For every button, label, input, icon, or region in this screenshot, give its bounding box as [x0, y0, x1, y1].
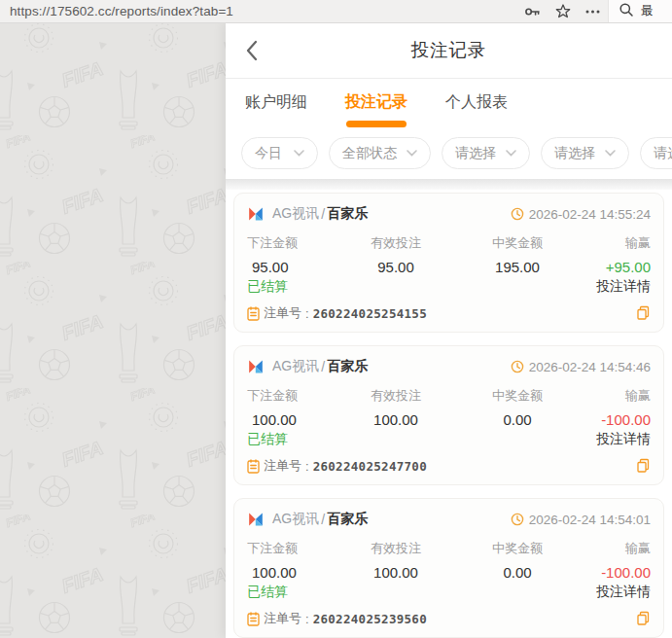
- order-number-value: 260224025239560: [313, 612, 427, 626]
- bet-time: 2026-02-24 14:55:24: [511, 207, 651, 222]
- page-title: 投注记录: [411, 38, 487, 62]
- valid-bet-value: 100.00: [336, 564, 455, 581]
- bet-record-list: AG视讯 / 百家乐 2026-02-24 14:55:24 下注金额 有效投注…: [226, 190, 672, 638]
- order-number-value: 260224025254155: [313, 306, 427, 321]
- chevron-down-icon: [294, 150, 304, 157]
- order-note-icon: [247, 612, 260, 626]
- filter-label: 请选择: [455, 145, 496, 162]
- fifa-watermark-background: FIFA FIFA: [0, 22, 226, 638]
- ag-provider-logo-icon: [247, 511, 265, 528]
- ag-provider-logo-icon: [247, 358, 265, 375]
- name-separator: /: [321, 512, 325, 527]
- filter-label: 请选择: [654, 145, 672, 162]
- filter-select-select-3[interactable]: 请选择: [640, 137, 672, 169]
- search-icon[interactable]: [619, 2, 634, 21]
- winloss-label: 输赢: [580, 387, 651, 405]
- bet-amount-label: 下注金额: [247, 234, 336, 252]
- filter-label: 请选择: [554, 145, 595, 162]
- chevron-down-icon: [506, 150, 516, 157]
- filter-select-status[interactable]: 全部状态: [329, 137, 431, 169]
- filter-select-select-1[interactable]: 请选择: [442, 137, 530, 169]
- colon: :: [305, 459, 309, 474]
- url-text[interactable]: https://175602.cc/reports/index?tab=1: [10, 4, 233, 18]
- bet-time: 2026-02-24 14:54:46: [511, 360, 651, 374]
- copy-icon[interactable]: [636, 611, 651, 626]
- name-separator: /: [321, 359, 325, 374]
- bet-detail-link[interactable]: 投注详情: [596, 431, 651, 448]
- prize-amount-label: 中奖金额: [455, 234, 580, 252]
- filter-label: 今日: [255, 145, 282, 162]
- bet-record-card: AG视讯 / 百家乐 2026-02-24 14:54:46 下注金额 有效投注…: [233, 345, 664, 485]
- order-number-value: 260224025247700: [313, 459, 427, 474]
- clock-icon: [511, 513, 524, 526]
- app-panel: 投注记录 账户明细 投注记录 个人报表 今日 全部状态 请选择 请选择 请选择: [226, 22, 672, 638]
- status-badge: 已结算: [247, 278, 288, 296]
- bet-time: 2026-02-24 14:54:01: [511, 513, 651, 527]
- bet-time-text: 2026-02-24 14:54:01: [529, 513, 651, 527]
- bet-detail-link[interactable]: 投注详情: [596, 278, 651, 296]
- password-key-icon[interactable]: [524, 4, 541, 19]
- order-number-label: 注单号: [264, 610, 301, 627]
- copy-icon[interactable]: [636, 305, 651, 321]
- prize-amount-label: 中奖金额: [455, 387, 580, 405]
- valid-bet-label: 有效投注: [336, 540, 455, 557]
- status-badge: 已结算: [247, 431, 288, 448]
- app-header: 投注记录: [226, 22, 672, 79]
- tab-bar: 账户明细 投注记录 个人报表: [226, 79, 672, 128]
- winloss-value: +95.00: [580, 259, 651, 275]
- tab-label: 账户明细: [245, 93, 307, 110]
- winloss-label: 输赢: [580, 234, 651, 252]
- prize-amount-value: 195.00: [455, 259, 580, 275]
- prize-amount-label: 中奖金额: [455, 540, 580, 557]
- provider-name: AG视讯: [272, 205, 319, 223]
- bet-amount-value: 100.00: [247, 564, 336, 581]
- provider-name: AG视讯: [272, 358, 319, 375]
- ag-provider-logo-icon: [247, 205, 265, 223]
- order-number-label: 注单号: [264, 304, 301, 322]
- valid-bet-value: 95.00: [336, 259, 455, 275]
- tab-bet-records[interactable]: 投注记录: [343, 81, 409, 126]
- bet-record-card: AG视讯 / 百家乐 2026-02-24 14:55:24 下注金额 有效投注…: [233, 193, 664, 333]
- game-name: 百家乐: [327, 511, 368, 528]
- winloss-value: -100.00: [580, 564, 651, 581]
- back-button[interactable]: [245, 40, 259, 61]
- bet-amount-label: 下注金额: [247, 387, 336, 405]
- name-separator: /: [321, 206, 325, 222]
- tab-personal-report[interactable]: 个人报表: [443, 81, 510, 126]
- game-name: 百家乐: [327, 205, 368, 223]
- tab-label: 个人报表: [445, 93, 508, 110]
- order-number-label: 注单号: [264, 457, 301, 475]
- bet-time-text: 2026-02-24 14:54:46: [529, 360, 651, 374]
- colon: :: [305, 306, 309, 321]
- chevron-down-icon: [407, 150, 417, 157]
- bookmark-star-icon[interactable]: [555, 4, 571, 18]
- screen: https://175602.cc/reports/index?tab=1 最: [0, 0, 672, 638]
- provider-name: AG视讯: [272, 511, 319, 528]
- game-name: 百家乐: [327, 358, 368, 375]
- status-badge: 已结算: [247, 584, 288, 601]
- side-panel-label[interactable]: 最: [641, 3, 654, 19]
- bet-detail-link[interactable]: 投注详情: [596, 584, 651, 601]
- clock-icon: [511, 360, 524, 373]
- copy-icon[interactable]: [636, 458, 651, 474]
- bet-amount-label: 下注金额: [247, 540, 336, 557]
- valid-bet-label: 有效投注: [336, 387, 455, 405]
- valid-bet-value: 100.00: [336, 411, 455, 428]
- filter-select-date[interactable]: 今日: [241, 137, 318, 169]
- tab-account-details[interactable]: 账户明细: [243, 81, 309, 126]
- filter-bar: 今日 全部状态 请选择 请选择 请选择: [226, 128, 672, 179]
- chevron-down-icon: [605, 150, 616, 157]
- order-note-icon: [247, 459, 260, 474]
- bet-time-text: 2026-02-24 14:55:24: [529, 207, 651, 222]
- winloss-value: -100.00: [580, 411, 651, 428]
- bet-record-card: AG视讯 / 百家乐 2026-02-24 14:54:01 下注金额 有效投注…: [233, 498, 664, 638]
- bet-amount-value: 100.00: [247, 411, 336, 428]
- browser-menu-icon[interactable]: [585, 10, 600, 14]
- winloss-label: 输赢: [580, 540, 651, 557]
- browser-side-panel: 最: [608, 0, 672, 22]
- filter-select-select-2[interactable]: 请选择: [541, 137, 629, 169]
- tab-label: 投注记录: [345, 93, 407, 110]
- browser-address-bar: https://175602.cc/reports/index?tab=1 最: [0, 0, 672, 23]
- valid-bet-label: 有效投注: [336, 234, 455, 252]
- filter-label: 全部状态: [342, 145, 397, 162]
